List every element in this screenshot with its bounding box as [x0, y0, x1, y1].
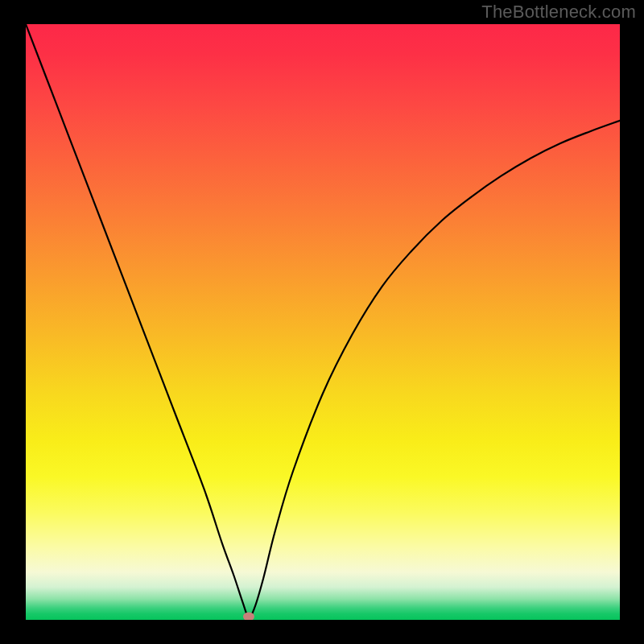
- chart-container: TheBottleneck.com: [0, 0, 644, 644]
- plot-area: [26, 24, 620, 620]
- watermark-text: TheBottleneck.com: [481, 2, 636, 23]
- optimal-point-marker: [243, 613, 254, 620]
- bottleneck-curve: [26, 24, 620, 620]
